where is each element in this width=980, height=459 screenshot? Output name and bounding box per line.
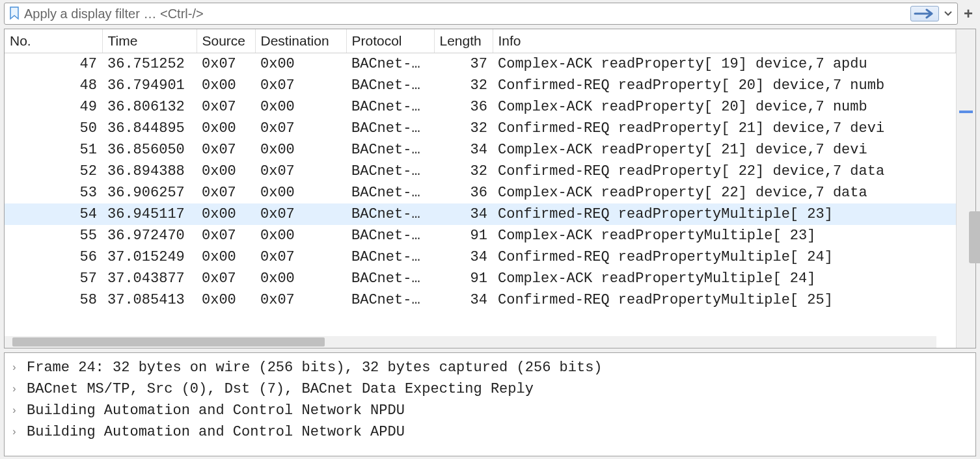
cell-no: 53 — [5, 182, 102, 203]
col-header-info[interactable]: Info — [493, 29, 956, 53]
vertical-scrollbar[interactable] — [956, 29, 975, 348]
cell-destination: 0x00 — [255, 182, 346, 203]
cell-length: 36 — [434, 182, 493, 203]
cell-protocol: BACnet-… — [346, 203, 434, 225]
add-filter-button[interactable]: + — [960, 6, 976, 21]
filter-input-container[interactable] — [4, 3, 958, 25]
packet-list-pane: No. Time Source Destination Protocol Len… — [4, 29, 976, 348]
chevron-right-icon[interactable]: › — [11, 384, 20, 395]
col-header-source[interactable]: Source — [197, 29, 255, 53]
cell-destination: 0x07 — [255, 203, 346, 225]
col-header-protocol[interactable]: Protocol — [346, 29, 434, 53]
table-row[interactable]: 5236.8943880x000x07BACnet-…32Confirmed-R… — [5, 161, 956, 182]
cell-time: 37.043877 — [102, 268, 197, 289]
table-row[interactable]: 5336.9062570x070x00BACnet-…36Complex-ACK… — [5, 182, 956, 203]
table-row[interactable]: 5136.8560500x070x00BACnet-…34Complex-ACK… — [5, 139, 956, 161]
cell-source: 0x07 — [197, 182, 255, 203]
cell-no: 52 — [5, 161, 102, 182]
cell-source: 0x07 — [197, 225, 255, 246]
cell-info: Complex-ACK readPropertyMultiple[ 23] — [493, 225, 956, 246]
cell-length: 32 — [434, 161, 493, 182]
cell-info: Confirmed-REQ readProperty[ 20] device,7… — [493, 75, 956, 96]
table-row[interactable]: 4736.7512520x070x00BACnet-…37Complex-ACK… — [5, 53, 956, 75]
cell-length: 34 — [434, 203, 493, 225]
packet-detail-pane: ›Frame 24: 32 bytes on wire (256 bits), … — [4, 352, 976, 456]
table-row[interactable]: 5737.0438770x070x00BACnet-…91Complex-ACK… — [5, 268, 956, 289]
apply-filter-button[interactable] — [910, 6, 939, 21]
col-header-no[interactable]: No. — [5, 29, 102, 53]
cell-source: 0x00 — [197, 161, 255, 182]
detail-label: Frame 24: 32 bytes on wire (256 bits), 3… — [27, 360, 603, 376]
cell-info: Confirmed-REQ readPropertyMultiple[ 25] — [493, 289, 956, 311]
table-row[interactable]: 5837.0854130x000x07BACnet-…34Confirmed-R… — [5, 289, 956, 311]
cell-destination: 0x07 — [255, 118, 346, 139]
table-row[interactable]: 5637.0152490x000x07BACnet-…34Confirmed-R… — [5, 246, 956, 268]
cell-time: 36.751252 — [102, 53, 197, 75]
filter-toolbar: + — [0, 0, 980, 27]
cell-protocol: BACnet-… — [346, 225, 434, 246]
cell-time: 36.794901 — [102, 75, 197, 96]
cell-info: Confirmed-REQ readProperty[ 21] device,7… — [493, 118, 956, 139]
packet-table: No. Time Source Destination Protocol Len… — [5, 29, 956, 311]
filter-dropdown-caret-icon[interactable] — [943, 6, 953, 21]
detail-tree-item[interactable]: ›Building Automation and Control Network… — [7, 421, 973, 443]
col-header-length[interactable]: Length — [434, 29, 493, 53]
cell-source: 0x07 — [197, 139, 255, 161]
table-row[interactable]: 5536.9724700x070x00BACnet-…91Complex-ACK… — [5, 225, 956, 246]
cell-destination: 0x00 — [255, 268, 346, 289]
col-header-time[interactable]: Time — [102, 29, 197, 53]
cell-no: 51 — [5, 139, 102, 161]
cell-no: 58 — [5, 289, 102, 311]
cell-time: 36.856050 — [102, 139, 197, 161]
cell-length: 34 — [434, 289, 493, 311]
chevron-right-icon[interactable]: › — [11, 362, 20, 374]
cell-time: 36.844895 — [102, 118, 197, 139]
cell-source: 0x07 — [197, 96, 255, 118]
cell-info: Complex-ACK readProperty[ 20] device,7 n… — [493, 96, 956, 118]
horizontal-scroll-thumb[interactable] — [12, 337, 325, 347]
cell-no: 57 — [5, 268, 102, 289]
cell-length: 37 — [434, 53, 493, 75]
cell-length: 32 — [434, 118, 493, 139]
packet-list-scroll[interactable]: No. Time Source Destination Protocol Len… — [5, 29, 956, 348]
table-row[interactable]: 4936.8061320x070x00BACnet-…36Complex-ACK… — [5, 96, 956, 118]
cell-protocol: BACnet-… — [346, 246, 434, 268]
vertical-scroll-thumb[interactable] — [969, 211, 980, 263]
cell-source: 0x00 — [197, 246, 255, 268]
chevron-right-icon[interactable]: › — [11, 405, 20, 417]
cell-protocol: BACnet-… — [346, 53, 434, 75]
cell-info: Complex-ACK readPropertyMultiple[ 24] — [493, 268, 956, 289]
cell-protocol: BACnet-… — [346, 75, 434, 96]
table-row[interactable]: 5036.8448950x000x07BACnet-…32Confirmed-R… — [5, 118, 956, 139]
cell-destination: 0x07 — [255, 75, 346, 96]
cell-length: 34 — [434, 139, 493, 161]
cell-info: Confirmed-REQ readPropertyMultiple[ 24] — [493, 246, 956, 268]
detail-label: Building Automation and Control Network … — [27, 424, 405, 440]
display-filter-input[interactable] — [24, 7, 906, 21]
bookmark-icon[interactable] — [8, 6, 20, 21]
cell-time: 36.945117 — [102, 203, 197, 225]
cell-length: 32 — [434, 75, 493, 96]
cell-source: 0x07 — [197, 268, 255, 289]
cell-no: 49 — [5, 96, 102, 118]
cell-source: 0x00 — [197, 118, 255, 139]
cell-destination: 0x00 — [255, 53, 346, 75]
cell-protocol: BACnet-… — [346, 96, 434, 118]
cell-length: 91 — [434, 225, 493, 246]
horizontal-scrollbar[interactable] — [5, 336, 936, 348]
cell-protocol: BACnet-… — [346, 118, 434, 139]
detail-tree-item[interactable]: ›BACnet MS/TP, Src (0), Dst (7), BACnet … — [7, 378, 973, 400]
detail-tree-item[interactable]: ›Building Automation and Control Network… — [7, 400, 973, 421]
cell-protocol: BACnet-… — [346, 139, 434, 161]
detail-tree-item[interactable]: ›Frame 24: 32 bytes on wire (256 bits), … — [7, 357, 973, 378]
chevron-right-icon[interactable]: › — [11, 426, 20, 438]
cell-protocol: BACnet-… — [346, 268, 434, 289]
cell-destination: 0x07 — [255, 289, 346, 311]
cell-source: 0x00 — [197, 203, 255, 225]
scroll-marker — [959, 111, 973, 113]
table-row[interactable]: 5436.9451170x000x07BACnet-…34Confirmed-R… — [5, 203, 956, 225]
table-row[interactable]: 4836.7949010x000x07BACnet-…32Confirmed-R… — [5, 75, 956, 96]
cell-info: Complex-ACK readProperty[ 21] device,7 d… — [493, 139, 956, 161]
cell-time: 37.015249 — [102, 246, 197, 268]
col-header-destination[interactable]: Destination — [255, 29, 346, 53]
